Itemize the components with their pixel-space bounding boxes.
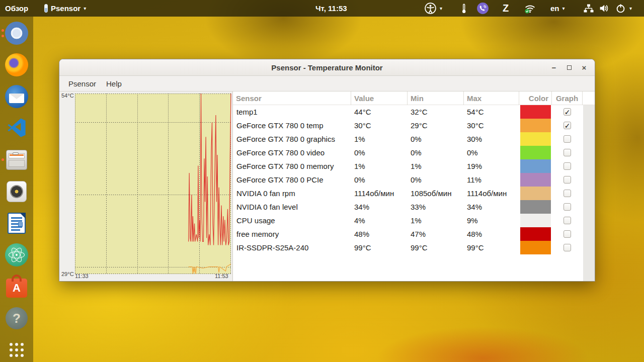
cell-color — [519, 187, 552, 200]
network-indicator[interactable] — [524, 0, 536, 17]
file-cabinet-icon — [6, 150, 27, 170]
cell-max: 54°C — [464, 108, 519, 116]
cell-max: 34% — [464, 203, 519, 211]
cell-min: 32°C — [408, 108, 464, 116]
dock-item-firefox[interactable] — [5, 53, 29, 77]
menu-help[interactable]: Help — [101, 77, 127, 90]
zoiper-indicator[interactable]: Z — [503, 0, 509, 17]
color-swatch[interactable] — [520, 200, 551, 214]
table-row[interactable]: NVIDIA 0 fan rpm 1114об/мин 1085об/мин 1… — [233, 187, 595, 200]
cell-min: 1% — [408, 216, 464, 225]
running-indicator-dot — [2, 35, 4, 37]
cell-sensor: GeForce GTX 780 0 video — [233, 148, 351, 157]
cell-sensor: free memory — [233, 230, 351, 238]
cell-min: 1% — [408, 162, 464, 170]
table-row[interactable]: GeForce GTX 780 0 temp 30°C 29°C 30°C ✓ — [233, 119, 595, 132]
viber-indicator[interactable] — [476, 0, 490, 17]
table-row[interactable]: IR-SSDPR-S25A-240 99°C 99°C 99°C — [233, 241, 595, 254]
running-indicator-dot — [2, 29, 4, 32]
cell-min: 47% — [408, 230, 464, 238]
dock-item-thunderbird[interactable] — [5, 84, 29, 109]
graph-checkbox[interactable]: ✓ — [564, 122, 571, 129]
graph-checkbox[interactable] — [564, 203, 571, 211]
table-row[interactable]: GeForce GTX 780 0 PCIe 0% 0% 11% — [233, 173, 595, 187]
cell-max: 11% — [464, 175, 519, 184]
header-min: Min — [408, 92, 464, 105]
graph-checkbox[interactable] — [564, 190, 571, 197]
table-row[interactable]: CPU usage 4% 1% 9% — [233, 214, 595, 227]
header-max: Max — [464, 92, 519, 105]
chromium-icon — [5, 22, 28, 45]
accessibility-menu[interactable]: ▾ — [424, 0, 442, 17]
dock-item-ubuntu-software[interactable]: A — [5, 275, 29, 299]
table-row[interactable]: temp1 44°C 32°C 54°C ✓ — [233, 105, 595, 119]
cell-sensor: NVIDIA 0 fan level — [233, 203, 351, 211]
graph-checkbox[interactable]: ✓ — [564, 108, 571, 116]
language-label: en — [550, 4, 559, 13]
close-button[interactable]: × — [577, 61, 592, 75]
chevron-down-icon: ▾ — [84, 0, 86, 17]
table-row[interactable]: NVIDIA 0 fan level 34% 33% 34% — [233, 200, 595, 214]
menu-psensor[interactable]: Psensor — [63, 77, 101, 90]
cell-value: 0% — [351, 148, 408, 157]
app-menu[interactable]: Psensor ▾ — [44, 0, 86, 17]
header-filler — [583, 92, 595, 105]
cell-min: 1085об/мин — [408, 189, 464, 198]
psensor-indicator[interactable] — [458, 0, 469, 17]
table-row[interactable]: GeForce GTX 780 0 graphics 1% 0% 30% — [233, 132, 595, 146]
color-swatch[interactable] — [520, 227, 551, 241]
wired-network-indicator[interactable] — [583, 0, 595, 17]
color-swatch[interactable] — [520, 241, 551, 254]
cell-graph — [552, 149, 583, 156]
cell-min: 33% — [408, 203, 464, 211]
volume-indicator[interactable] — [598, 0, 611, 17]
table-row[interactable]: free memory 48% 47% 48% — [233, 227, 595, 241]
graph-checkbox[interactable] — [564, 244, 571, 251]
color-swatch[interactable] — [520, 105, 551, 119]
cell-value: 30°C — [351, 121, 408, 130]
graph-checkbox[interactable] — [564, 217, 571, 224]
table-row[interactable]: GeForce GTX 780 0 memory 1% 1% 19% — [233, 159, 595, 173]
dock-item-file-cabinet[interactable] — [5, 148, 29, 172]
color-swatch[interactable] — [520, 187, 551, 200]
dock-item-libreoffice-writer[interactable] — [5, 211, 29, 235]
graph-checkbox[interactable] — [564, 230, 571, 238]
color-swatch[interactable] — [520, 173, 551, 187]
cell-max: 9% — [464, 216, 519, 225]
dock-item-vscode[interactable] — [5, 116, 29, 140]
cell-graph: ✓ — [552, 122, 583, 129]
keyboard-layout-menu[interactable]: en ▾ — [550, 0, 565, 17]
color-swatch[interactable] — [520, 159, 551, 173]
chevron-down-icon: ▾ — [440, 0, 442, 17]
titlebar[interactable]: Psensor - Temperature Monitor − × — [59, 59, 595, 76]
color-swatch[interactable] — [520, 214, 551, 227]
dock-item-app-grid[interactable] — [5, 338, 29, 362]
cell-graph — [552, 162, 583, 170]
clock[interactable]: Чт, 11:53 — [315, 0, 347, 17]
graph-checkbox[interactable] — [564, 162, 571, 170]
graph-checkbox[interactable] — [564, 135, 571, 143]
graph-checkbox[interactable] — [564, 149, 571, 156]
color-swatch[interactable] — [520, 146, 551, 159]
color-swatch[interactable] — [520, 119, 551, 132]
minimize-button[interactable]: − — [546, 61, 561, 75]
launcher-dock: A ? — [0, 17, 33, 362]
dock-item-help[interactable]: ? — [5, 306, 29, 330]
graph-y-min-label: 29°C — [61, 271, 74, 277]
cell-color — [519, 132, 552, 146]
graph-checkbox[interactable] — [564, 176, 571, 184]
activities-button[interactable]: Обзор — [5, 0, 28, 17]
cell-value: 48% — [351, 230, 408, 238]
dock-item-chromium[interactable] — [5, 21, 29, 45]
cell-color — [519, 105, 552, 119]
cell-sensor: IR-SSDPR-S25A-240 — [233, 243, 351, 252]
power-menu[interactable]: ▾ — [615, 0, 632, 17]
maximize-button[interactable] — [561, 61, 577, 75]
graph-y-max-label: 54°C — [61, 93, 74, 99]
dock-item-atom[interactable] — [5, 243, 29, 267]
viber-phone-icon — [476, 2, 490, 15]
dock-item-audio-player[interactable] — [5, 179, 29, 204]
cell-color — [519, 214, 552, 227]
table-row[interactable]: GeForce GTX 780 0 video 0% 0% 0% — [233, 146, 595, 159]
color-swatch[interactable] — [520, 132, 551, 146]
